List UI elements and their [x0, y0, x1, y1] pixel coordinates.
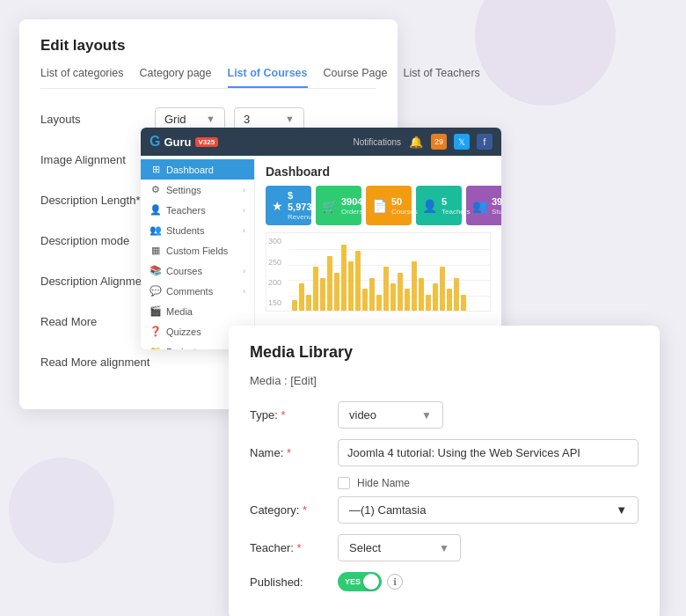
- sidebar-label-courses: Courses: [166, 266, 202, 276]
- category-value: —(1) Camtasia: [349, 503, 426, 517]
- name-input[interactable]: [338, 439, 639, 466]
- sidebar-item-dashboard[interactable]: ⊞Dashboard: [141, 159, 254, 180]
- sidebar-label-comments: Comments: [166, 286, 213, 297]
- teacher-required: *: [297, 541, 302, 554]
- read-more-label: Read More: [40, 315, 155, 328]
- teachers-icon: 👤: [150, 204, 162, 216]
- guru-navbar: G Guru V325 Notifications 🔔 29 𝕏 f: [141, 128, 501, 156]
- category-dropdown[interactable]: —(1) Camtasia ▼: [338, 496, 639, 524]
- courses-stat-value: 50: [391, 196, 418, 208]
- teacher-dropdown[interactable]: Select ▼: [338, 534, 461, 561]
- tab-course-page[interactable]: Course Page: [324, 67, 388, 88]
- sidebar-label-settings: Settings: [166, 185, 201, 195]
- stat-cards: ★ $ 5,973.08 Revenue 🛒 3904 Orders 📄: [266, 186, 491, 225]
- chart-y-300: 300: [268, 237, 287, 246]
- chart-bar: [426, 295, 431, 312]
- chart-bar: [390, 283, 396, 311]
- students-stat-value: 3941: [492, 196, 501, 208]
- media-library-title: Media Library: [250, 343, 639, 362]
- category-field-row: Category: * —(1) Camtasia ▼: [250, 496, 639, 524]
- sidebar-item-custom-fields[interactable]: ▦Custom Fields: [141, 240, 254, 260]
- read-more-alignment-label: Read More alignment: [40, 356, 155, 369]
- tab-list-of-categories[interactable]: List of categories: [40, 67, 124, 88]
- published-info-icon[interactable]: ℹ: [387, 574, 403, 590]
- stat-card-revenue: ★ $ 5,973.08 Revenue: [266, 186, 311, 225]
- category-required: *: [303, 503, 307, 517]
- chart-y-150: 150: [268, 298, 287, 307]
- stat-card-courses: 📄 50 Courses: [366, 186, 412, 225]
- type-required: *: [281, 408, 285, 422]
- sidebar-label-custom-fields: Custom Fields: [166, 246, 228, 256]
- chart-bar: [398, 273, 403, 312]
- courses-chevron-icon: ›: [243, 267, 245, 275]
- teachers-chevron-icon: ›: [243, 206, 245, 215]
- name-field-row: Name: *: [250, 439, 639, 466]
- revenue-icon: ★: [272, 199, 283, 213]
- chart-bar: [440, 267, 445, 311]
- chart-bar: [313, 267, 318, 311]
- chart-bar: [362, 289, 368, 311]
- hide-name-checkbox[interactable]: [338, 477, 350, 489]
- layouts-count-chevron-icon: ▼: [285, 114, 295, 124]
- chart-bar: [292, 300, 297, 312]
- guru-body: ⊞Dashboard ⚙Settings › 👤Teachers › 👥Stud…: [141, 156, 501, 349]
- hide-name-row: Hide Name: [338, 477, 639, 489]
- chart-bar: [299, 283, 304, 311]
- teacher-label: Teacher: *: [250, 541, 338, 554]
- twitter-icon[interactable]: 𝕏: [454, 134, 470, 150]
- chart-bar: [383, 267, 389, 311]
- courses-stat-icon: 📄: [372, 199, 387, 213]
- dashboard-icon: ⊞: [150, 164, 162, 175]
- chart-bar: [348, 261, 354, 311]
- sidebar-item-media[interactable]: 🎬Media: [141, 301, 254, 321]
- teachers-stat-label: Teachers: [442, 208, 470, 216]
- chart-bar: [306, 295, 311, 312]
- published-toggle[interactable]: YES: [338, 572, 382, 591]
- students-stat-icon: 👥: [472, 199, 487, 213]
- dashboard-chart: 300 250 200 150: [266, 232, 491, 312]
- chart-bar: [447, 289, 452, 311]
- sidebar-item-students[interactable]: 👥Students ›: [141, 220, 254, 240]
- sidebar-item-courses[interactable]: 📚Courses ›: [141, 260, 254, 281]
- tab-list-of-teachers[interactable]: List of Teachers: [403, 67, 479, 88]
- stat-card-students: 👥 3941 Students: [466, 186, 501, 225]
- orders-label: Orders: [341, 208, 362, 216]
- students-chevron-icon: ›: [243, 226, 245, 235]
- sidebar-label-students: Students: [166, 225, 204, 236]
- tab-category-page[interactable]: Category page: [140, 67, 212, 88]
- edit-layouts-title: Edit layouts: [40, 37, 376, 55]
- media-edit-label: Media : [Edit]: [250, 374, 639, 387]
- teacher-chevron-icon: ▼: [439, 542, 449, 554]
- media-library-panel: Media Library Media : [Edit] Type: * vid…: [229, 326, 660, 616]
- guru-nav-right: Notifications 🔔 29 𝕏 f: [354, 134, 493, 150]
- guru-logo: G Guru V325: [150, 134, 218, 150]
- category-label: Category: *: [250, 503, 338, 517]
- chart-y-250: 250: [268, 258, 287, 267]
- chart-y-labels: 300 250 200 150: [266, 233, 288, 311]
- type-dropdown[interactable]: video ▼: [338, 401, 443, 429]
- notification-bell-icon[interactable]: 🔔: [408, 134, 424, 150]
- type-value: video: [349, 408, 376, 422]
- chart-bars-area: [288, 233, 490, 311]
- sidebar-item-teachers[interactable]: 👤Teachers ›: [141, 200, 254, 220]
- courses-stat-label: Courses: [391, 208, 418, 216]
- layouts-count-value: 3: [244, 113, 250, 126]
- sidebar-item-comments[interactable]: 💬Comments ›: [141, 281, 254, 301]
- students-stat-label: Students: [492, 208, 501, 216]
- sidebar-item-settings[interactable]: ⚙Settings ›: [141, 180, 254, 200]
- guru-main-title: Dashboard: [266, 165, 491, 179]
- projects-icon: 📁: [150, 346, 162, 349]
- notifications-label: Notifications: [354, 137, 401, 147]
- facebook-icon[interactable]: f: [477, 134, 493, 150]
- orders-icon: 🛒: [322, 199, 337, 213]
- tab-list-of-courses[interactable]: List of Courses: [228, 67, 308, 88]
- chart-bar: [320, 278, 325, 312]
- sidebar-label-media: Media: [166, 306, 193, 317]
- guru-logo-icon: G: [150, 134, 160, 150]
- settings-chevron-icon: ›: [243, 186, 245, 194]
- hide-name-label: Hide Name: [357, 477, 410, 489]
- chart-y-200: 200: [268, 278, 287, 287]
- courses-icon: 📚: [150, 265, 162, 276]
- chart-bar: [433, 283, 438, 311]
- category-chevron-icon: ▼: [616, 503, 627, 517]
